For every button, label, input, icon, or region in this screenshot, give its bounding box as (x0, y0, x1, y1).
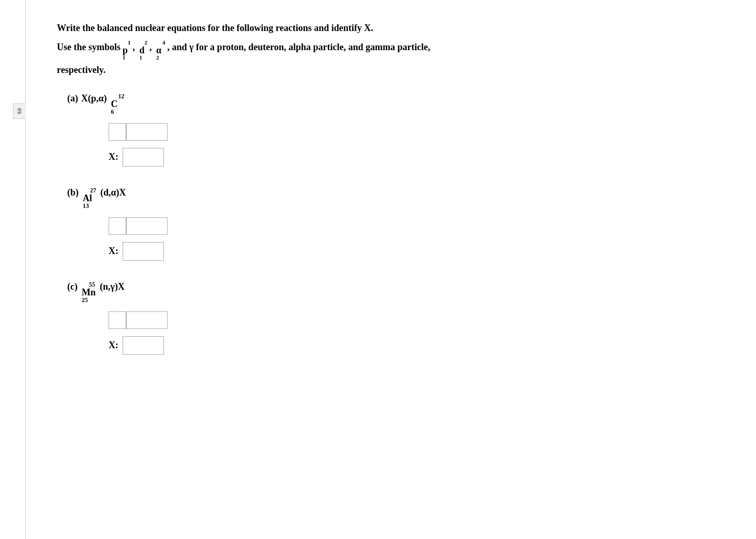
instructions-title: Write the balanced nuclear equations for… (57, 21, 725, 36)
problem-a-equation: X(p,α) (81, 93, 107, 104)
problem-b-x-label: X: (109, 246, 118, 257)
comma-1: , (133, 40, 138, 55)
problem-a-small-box (109, 123, 126, 141)
symbol-p: 1 p 1 (123, 40, 131, 61)
symbols-line: Use the symbols 1 p 1 , 2 d 1 , 4 (57, 40, 725, 61)
problem-a-x-row: X: (109, 148, 725, 167)
problem-c-x-input[interactable] (123, 336, 164, 355)
problem-c: (c) 55 Mn 25 (n,γ)X X: (57, 281, 725, 355)
problem-b-letter: (b) (67, 187, 79, 198)
problem-a-equation-box-group (109, 123, 725, 141)
comma-2: , (149, 40, 154, 55)
problem-a-x-label: X: (109, 152, 118, 162)
sidebar-tab[interactable]: es (13, 103, 26, 119)
problem-b-label: (b) 27 Al 13 (d,α)X (67, 187, 725, 209)
problem-c-letter: (c) (67, 281, 78, 292)
problem-a-equation-input[interactable] (126, 123, 168, 141)
nuclide-Al-27-13: 27 Al 13 (83, 187, 96, 209)
problem-b-x-row: X: (109, 242, 725, 261)
left-sidebar: es (0, 0, 26, 539)
page-container: es Write the balanced nuclear equations … (0, 0, 756, 539)
instructions-block: Write the balanced nuclear equations for… (57, 21, 725, 78)
problem-b-equation-box-group (109, 217, 725, 235)
problem-c-label: (c) 55 Mn 25 (n,γ)X (67, 281, 725, 303)
problem-a-x-input[interactable] (123, 148, 164, 167)
problem-b-x-input[interactable] (123, 242, 164, 261)
problem-c-equation-input[interactable] (126, 311, 168, 329)
sidebar-label: es (16, 108, 24, 114)
respectively-line: respectively. (57, 63, 725, 78)
problem-a: (a) X(p,α) 12 C 6 X: (57, 93, 725, 167)
problem-c-small-box (109, 311, 126, 329)
nuclide-C-12-6: 12 C 6 (111, 93, 125, 115)
problem-b-equation-input[interactable] (126, 217, 168, 235)
problem-b: (b) 27 Al 13 (d,α)X X: (57, 187, 725, 261)
problem-a-letter: (a) (67, 93, 78, 104)
symbols-suffix: , and γ for a proton, deuteron, alpha pa… (168, 40, 430, 55)
symbol-d: 2 d 1 (140, 40, 148, 61)
problem-c-reaction: (n,γ)X (100, 281, 125, 292)
main-content: Write the balanced nuclear equations for… (26, 0, 756, 539)
problem-c-x-row: X: (109, 336, 725, 355)
symbols-prefix: Use the symbols (57, 40, 120, 55)
problem-b-small-box (109, 217, 126, 235)
problem-c-equation-box-group (109, 311, 725, 329)
problem-a-label: (a) X(p,α) 12 C 6 (67, 93, 725, 115)
nuclide-Mn-55-25: 55 Mn 25 (82, 281, 96, 303)
problem-c-x-label: X: (109, 340, 118, 351)
problem-b-reaction: (d,α)X (100, 187, 126, 198)
symbol-alpha: 4 α 2 (156, 40, 165, 61)
